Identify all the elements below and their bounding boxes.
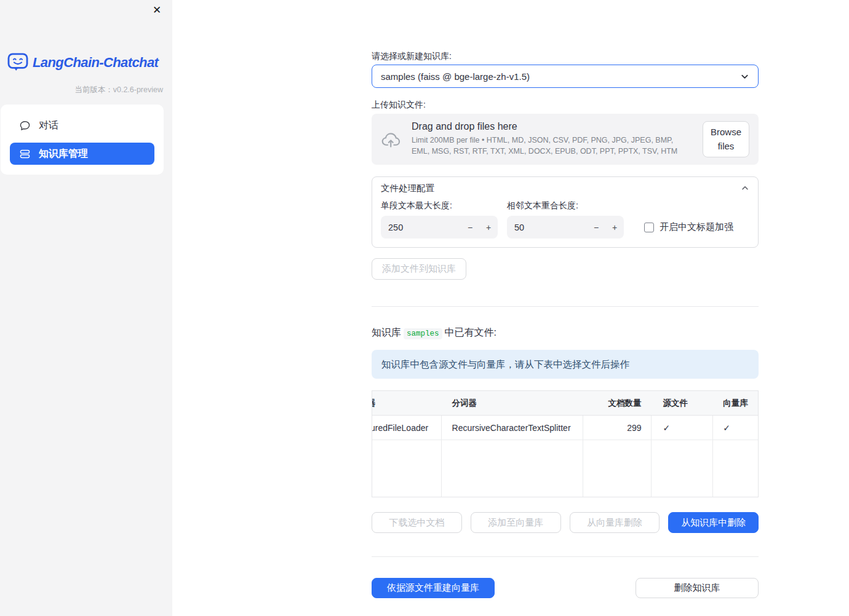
kb-select-label: 请选择或新建知识库:: [372, 51, 759, 61]
chevron-up-icon: [741, 184, 749, 192]
table-header-row: 器 分词器 文档数量 源文件 向量库: [372, 391, 758, 416]
version-text: 当前版本：v0.2.6-preview: [74, 85, 163, 95]
browse-files-button[interactable]: Browse files: [703, 121, 749, 157]
kb-footer-actions: 依据源文件重建向量库 删除知识库: [372, 578, 759, 598]
file-config-expander: 文件处理配置 单段文本最大长度: − + 相邻文本重合: [372, 176, 759, 248]
chunk-size-label: 单段文本最大长度:: [381, 200, 498, 211]
add-files-to-kb-button[interactable]: 添加文件到知识库: [372, 258, 466, 280]
chunk-size-field: 单段文本最大长度: − +: [381, 200, 498, 239]
divider: [372, 306, 759, 307]
chunk-size-stepper: − +: [381, 216, 498, 239]
overlap-size-stepper: − +: [507, 216, 624, 239]
close-icon: ✕: [153, 4, 161, 16]
main-area: 请选择或新建知识库: samples (faiss @ bge-large-zh…: [172, 0, 849, 616]
kb-select-value: samples (faiss @ bge-large-zh-v1.5): [381, 71, 530, 82]
delete-kb-button[interactable]: 删除知识库: [636, 578, 759, 598]
file-dropzone[interactable]: Drag and drop files here Limit 200MB per…: [372, 114, 759, 165]
checkbox-box: [644, 223, 654, 232]
kb-name-code: samples: [404, 328, 442, 339]
rebuild-vector-store-button[interactable]: 依据源文件重建向量库: [372, 578, 495, 598]
dropzone-limit: Limit 200MB per file • HTML, MD, JSON, C…: [412, 135, 693, 157]
chunk-size-input[interactable]: [381, 223, 461, 232]
plus-button[interactable]: +: [605, 223, 624, 232]
sidebar-menu: 对话 知识库管理: [1, 105, 164, 175]
add-to-vector-store-button[interactable]: 添加至向量库: [471, 512, 561, 533]
sidebar-item-label: 知识库管理: [39, 148, 88, 160]
kb-files-line: 知识库samples中已有文件:: [372, 326, 759, 340]
header-loader: 器: [372, 398, 441, 409]
table-row[interactable]: uredFileLoader RecursiveCharacterTextSpl…: [372, 416, 758, 440]
cell-splitter: RecursiveCharacterTextSplitter: [441, 423, 582, 433]
sidebar-item-dialogue[interactable]: 对话: [10, 114, 154, 136]
minus-button[interactable]: −: [461, 223, 479, 232]
header-splitter: 分词器: [441, 398, 582, 409]
sidebar-close-button[interactable]: ✕: [149, 3, 164, 18]
overlap-size-label: 相邻文本重合长度:: [507, 200, 624, 211]
upload-label: 上传知识文件:: [372, 100, 759, 110]
cell-source-file-check: ✓: [650, 423, 711, 433]
kb-files-suffix: 中已有文件:: [445, 327, 496, 338]
plus-button[interactable]: +: [479, 223, 498, 232]
file-actions: 下载选中文档 添加至向量库 从向量库删除 从知识库中删除: [372, 512, 759, 533]
files-table: 器 分词器 文档数量 源文件 向量库 uredFileLoader Recurs…: [372, 390, 759, 497]
cell-loader: uredFileLoader: [372, 423, 441, 433]
minus-button[interactable]: −: [587, 223, 605, 232]
dropzone-title: Drag and drop files here: [412, 121, 693, 132]
kb-files-prefix: 知识库: [372, 327, 401, 338]
brand: LangChain-Chatchat: [7, 53, 158, 72]
overlap-size-input[interactable]: [507, 223, 587, 232]
delete-from-kb-button[interactable]: 从知识库中删除: [668, 512, 759, 533]
delete-from-vector-store-button[interactable]: 从向量库删除: [570, 512, 660, 533]
version-label: 当前版本：: [74, 85, 113, 94]
download-selected-button[interactable]: 下载选中文档: [372, 512, 462, 533]
cloud-upload-icon: [381, 131, 402, 148]
sidebar-item-label: 对话: [39, 119, 58, 132]
chevron-down-icon: [740, 72, 749, 81]
header-source-file: 源文件: [650, 398, 711, 409]
cell-vector-store-check: ✓: [711, 423, 758, 433]
database-list-icon: [19, 148, 31, 160]
kb-select[interactable]: samples (faiss @ bge-large-zh-v1.5): [372, 65, 759, 88]
cell-docs-count: 299: [582, 423, 650, 433]
divider: [372, 556, 759, 557]
zh-title-checkbox[interactable]: 开启中文标题加强: [644, 216, 733, 239]
expander-title: 文件处理配置: [381, 183, 434, 194]
sidebar: ✕ LangChain-Chatchat 当前版本：v0.2.6-preview…: [0, 0, 172, 616]
chat-bubble-icon: [19, 120, 31, 132]
checkbox-label: 开启中文标题加强: [660, 221, 733, 233]
brand-logo-icon: [7, 53, 28, 72]
version-value: v0.2.6-preview: [113, 85, 163, 94]
sidebar-item-knowledge-base[interactable]: 知识库管理: [10, 143, 154, 165]
expander-header[interactable]: 文件处理配置: [372, 177, 758, 199]
dropzone-text: Drag and drop files here Limit 200MB per…: [412, 121, 693, 157]
overlap-size-field: 相邻文本重合长度: − +: [507, 200, 624, 239]
brand-title: LangChain-Chatchat: [33, 55, 158, 71]
header-vector-store: 向量库: [711, 398, 758, 409]
header-docs-count: 文档数量: [582, 398, 650, 409]
info-banner: 知识库中包含源文件与向量库，请从下表中选择文件后操作: [372, 350, 759, 379]
